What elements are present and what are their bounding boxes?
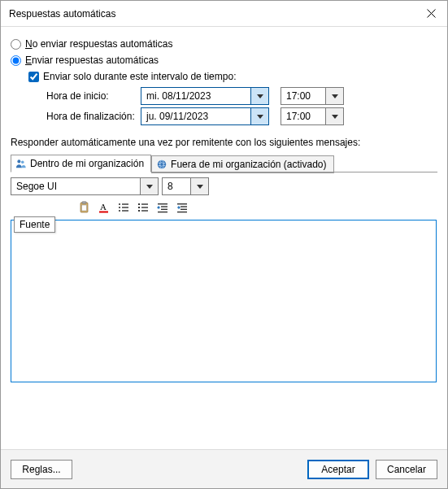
numbering-icon [137,201,150,214]
cancel-button[interactable]: Cancelar [376,460,437,479]
svg-rect-28 [177,212,187,212]
range-checkbox[interactable] [28,72,39,82]
start-label: Hora de inicio: [46,90,141,102]
svg-rect-24 [158,212,167,212]
end-time-combo[interactable]: 17:00 [281,107,344,125]
message-editor[interactable] [11,220,437,382]
numbering-button[interactable] [134,199,152,216]
range-checkbox-row[interactable]: Enviar solo durante este intervalo de ti… [28,71,437,82]
clipboard-icon [78,201,91,214]
globe-icon [156,159,167,170]
svg-point-2 [158,160,167,169]
radio-no-send-input[interactable] [11,39,21,50]
end-date-value: ju. 09/11/2023 [146,111,208,122]
svg-rect-18 [138,203,140,205]
respond-label: Responder automáticamente una vez por re… [11,137,437,148]
indent-icon [176,201,189,214]
font-color-button[interactable]: A [95,199,113,216]
svg-rect-13 [122,207,128,207]
rules-button[interactable]: Reglas... [11,460,72,479]
range-checkbox-label: Enviar solo durante este intervalo de ti… [43,71,236,82]
radio-send-label: Enviar respuestas automáticas [25,55,159,66]
tab-outside-label: Fuera de mi organización (activado) [171,159,326,170]
radio-no-send-label: No enviar respuestas automáticas [25,38,172,50]
svg-rect-8 [99,212,108,213]
svg-rect-16 [141,207,148,207]
paste-button[interactable] [76,199,94,216]
close-button[interactable] [415,1,447,27]
tab-inside-label: Dentro de mi organización [30,158,144,169]
outdent-button[interactable] [154,199,172,216]
svg-point-9 [119,203,120,205]
svg-rect-22 [161,206,167,207]
svg-rect-6 [82,205,87,211]
font-tooltip: Fuente [14,216,55,233]
svg-rect-21 [158,203,167,204]
svg-rect-14 [122,210,128,211]
indent-button[interactable] [173,199,191,216]
start-time-value: 17:00 [286,90,311,102]
svg-rect-19 [138,207,140,208]
underline-a-icon: A [98,201,111,214]
chevron-down-icon[interactable] [250,108,268,124]
svg-point-0 [17,159,20,163]
start-time-combo[interactable]: 17:00 [281,87,344,105]
font-size-value: 8 [167,181,173,192]
end-date-combo[interactable]: ju. 09/11/2023 [141,107,269,125]
radio-no-send[interactable]: No enviar respuestas automáticas [11,38,437,50]
end-time-value: 17:00 [286,111,311,122]
svg-point-1 [21,161,24,164]
font-family-value: Segoe UI [16,181,57,192]
ok-button[interactable]: Aceptar [307,460,369,479]
svg-rect-23 [161,209,167,210]
svg-rect-17 [141,210,148,211]
people-icon [15,158,27,169]
outdent-icon [156,201,169,214]
chevron-down-icon[interactable] [250,88,268,104]
svg-rect-20 [138,210,140,212]
chevron-down-icon[interactable] [325,108,343,124]
svg-text:A: A [100,202,107,212]
tab-outside-org[interactable]: Fuera de mi organización (activado) [151,155,333,173]
font-family-select[interactable]: Segoe UI [11,177,159,195]
dialog-title: Respuestas automáticas [9,8,115,20]
svg-point-11 [119,210,120,212]
font-size-select[interactable]: 8 [162,177,209,195]
chevron-down-icon[interactable] [140,178,158,194]
chevron-down-icon[interactable] [190,178,208,194]
bullets-icon [117,201,130,214]
close-icon [427,9,436,18]
svg-rect-27 [181,209,187,210]
svg-rect-25 [177,203,187,204]
svg-rect-26 [181,206,187,207]
svg-rect-15 [141,203,148,204]
radio-send[interactable]: Enviar respuestas automáticas [11,55,437,66]
chevron-down-icon[interactable] [325,88,343,104]
start-date-value: mi. 08/11/2023 [146,90,211,102]
radio-send-input[interactable] [11,55,21,66]
svg-rect-5 [82,202,86,204]
tab-inside-org[interactable]: Dentro de mi organización [11,155,151,172]
bullets-button[interactable] [115,199,133,216]
start-date-combo[interactable]: mi. 08/11/2023 [141,87,269,105]
end-label: Hora de finalización: [46,111,141,122]
svg-point-10 [119,207,120,208]
svg-rect-12 [122,203,128,204]
